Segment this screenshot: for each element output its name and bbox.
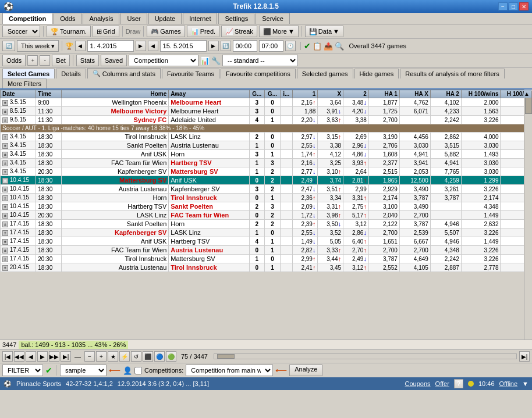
stats-button[interactable]: Stats <box>76 55 99 66</box>
nav-icon3[interactable]: ⬛ <box>143 351 153 362</box>
date-prev2[interactable]: ◀ <box>148 41 158 51</box>
table-row[interactable]: ± 17.4.1518:30Sankt PoeltenHorn222,39↑3,… <box>1 220 532 228</box>
tab-selected-games[interactable]: Selected games <box>297 69 353 78</box>
scroll-h[interactable] <box>214 353 517 359</box>
time-to-input[interactable] <box>259 40 283 52</box>
standard-select[interactable]: -- standard -- <box>222 55 298 66</box>
tab-settings[interactable]: Settings <box>218 13 254 24</box>
saved-button[interactable]: Saved <box>101 55 127 66</box>
nav-icon4[interactable]: 🔵 <box>154 351 165 362</box>
tab-fav-teams[interactable]: Favourite Teams <box>162 69 219 78</box>
col-header-away[interactable]: Away <box>169 90 249 98</box>
tab-analysis[interactable]: Analysis <box>83 13 119 24</box>
table-row[interactable]: ± 17.4.1518:30FAC Team für WienAustria L… <box>1 246 532 255</box>
nav-prev-page[interactable]: ◀◀ <box>14 351 24 362</box>
nav-first[interactable]: |◀ <box>2 351 13 362</box>
question-button[interactable]: ? <box>454 379 463 388</box>
pred-button[interactable]: 📊 Pred. <box>187 26 219 37</box>
col-header-1[interactable]: 1 <box>292 90 318 98</box>
maximize-button[interactable]: □ <box>509 2 518 10</box>
table-row[interactable]: ± 3.4.1518:30Anif USKHorn311,74↑4,124,86… <box>1 150 532 159</box>
hscroll-thumb[interactable] <box>217 354 235 359</box>
table-row[interactable]: ± 17.4.1518:30Anif USKHartberg TSV411,49… <box>1 237 532 246</box>
tab-more-filters[interactable]: More Filters <box>2 78 47 88</box>
col-header-ha1[interactable]: HA 1 <box>368 90 399 98</box>
table-row[interactable]: ± 3.4.1520:30Kapfenberger SVMattersburg … <box>1 167 532 176</box>
col-header-g2[interactable]: G... <box>265 90 281 98</box>
date-from-input[interactable] <box>87 40 134 52</box>
tab-competition[interactable]: Competition <box>2 13 52 24</box>
time-from-input[interactable] <box>233 40 257 52</box>
table-row[interactable]: ± 3.4.1518:30Tirol InnsbruckLASK Linz202… <box>1 133 532 141</box>
table-row[interactable]: ± 20.4.1518:30Austria LustenauTirol Inns… <box>1 263 532 272</box>
table-row[interactable]: ± 10.4.1518:30Mattersburg SVAnif USK022,… <box>1 176 532 185</box>
tab-hide-games[interactable]: Hide games <box>354 69 399 78</box>
nav-next[interactable]: ▶ <box>37 351 48 362</box>
odds-button[interactable]: Odds <box>2 55 26 66</box>
col-header-i[interactable]: i... <box>280 90 292 98</box>
table-row[interactable]: ± 10.4.1518:30Hartberg TSVSankt Poelten2… <box>1 202 532 211</box>
tab-details[interactable]: Details <box>56 69 86 78</box>
col-header-time[interactable]: Time <box>36 90 62 98</box>
tab-fav-competitions[interactable]: Favourite competitions <box>221 69 296 78</box>
nav-next-page[interactable]: ▶▶ <box>49 351 59 362</box>
table-row[interactable]: ± 17.4.1518:30Kapfenberger SVLASK Linz10… <box>1 228 532 237</box>
table-row[interactable]: ± 3.4.1518:30Sankt PoeltenAustria Lusten… <box>1 141 532 150</box>
tab-user[interactable]: User <box>120 13 147 24</box>
tab-results-analysis[interactable]: Results of analysis of more filters <box>400 69 504 78</box>
footer-status[interactable]: Offline <box>499 380 518 387</box>
tab-internet[interactable]: Internet <box>183 13 217 24</box>
today-button[interactable]: 🔄 <box>2 41 15 51</box>
sport-select[interactable]: Soccer <box>2 26 40 37</box>
tab-columns-stats[interactable]: 🔍 Columns and stats <box>87 68 161 78</box>
table-row[interactable]: ± 9.5.1511:30Sydney FCAdelaide United412… <box>1 116 532 124</box>
table-row[interactable]: ± 3.4.1518:30FAC Team für WienHartberg T… <box>1 159 532 167</box>
table-row[interactable]: ± 10.4.1520:30LASK LinzFAC Team für Wien… <box>1 211 532 220</box>
table-row[interactable]: ± 3.5.159:00Wellington PhoenixMelbourne … <box>1 98 532 107</box>
bet-button[interactable]: Bet <box>52 55 70 66</box>
filter-check[interactable]: ✔ <box>45 366 52 375</box>
analyze-button[interactable]: Analyze <box>289 365 322 376</box>
nav-icon2[interactable]: ↺ <box>131 351 141 362</box>
competition-select[interactable]: Competition <box>129 55 198 66</box>
col-header-g1[interactable]: G... <box>249 90 265 98</box>
grid-button[interactable]: ⊞ Grid <box>93 26 119 37</box>
nav-last[interactable]: ▶| <box>61 351 71 362</box>
comp-from-main-select[interactable]: Competition from main window <box>186 365 273 376</box>
sample-select[interactable]: sample <box>60 365 107 376</box>
col-header-x[interactable]: X <box>318 90 343 98</box>
odds-plus[interactable]: + <box>27 55 38 66</box>
tab-odds[interactable]: Odds <box>54 13 81 24</box>
more-button[interactable]: ⬛ More ▼ <box>259 26 299 37</box>
date-next[interactable]: ▶ <box>136 41 146 51</box>
col-header-h100[interactable]: H 100/wins <box>461 90 501 98</box>
refresh-button[interactable]: 🔃 <box>221 41 231 51</box>
filter-select[interactable]: FILTER <box>2 365 43 376</box>
table-row[interactable]: ± 10.4.1518:30Austria LustenauKapfenberg… <box>1 185 532 194</box>
date-prev[interactable]: ◀ <box>75 41 86 51</box>
table-row[interactable]: ± 17.4.1520:30Tirol InnsbruckMattersburg… <box>1 255 532 263</box>
date-to-input[interactable] <box>160 40 207 52</box>
coupons-link[interactable]: Coupons <box>405 380 431 387</box>
streak-button[interactable]: 📈 Streak <box>221 26 257 37</box>
col-header-home[interactable]: Home <box>61 90 168 98</box>
nav-icon1[interactable]: ⚡ <box>119 351 130 362</box>
nav-prev[interactable]: ◀ <box>26 351 36 362</box>
offer-link[interactable]: Offer <box>435 380 449 387</box>
data-button[interactable]: 💾 Data ▼ <box>305 26 343 37</box>
table-row[interactable]: Soccer / AUT - 1. Liga -matches: 40 home… <box>1 124 532 133</box>
week-dropdown[interactable]: This week ▾ <box>17 40 59 52</box>
col-header-2[interactable]: 2 <box>343 90 369 98</box>
nav-plus[interactable]: + <box>96 351 107 362</box>
scrollbar-v[interactable] <box>524 90 532 340</box>
odds-minus[interactable]: - <box>40 55 50 66</box>
nav-minus[interactable]: − <box>84 351 95 362</box>
table-row[interactable]: ± 8.5.1511:30Melbourne VictoryMelbourne … <box>1 107 532 116</box>
nav-icon5[interactable]: 🟢 <box>166 351 176 362</box>
col-header-date[interactable]: Date <box>1 90 36 98</box>
col-header-h100a[interactable]: H 100/▲ <box>501 90 532 98</box>
tab-select-games[interactable]: Select Games <box>2 69 55 78</box>
tab-update[interactable]: Update <box>148 13 182 24</box>
competitions-checkbox[interactable] <box>134 367 142 374</box>
minimize-button[interactable]: − <box>498 2 508 10</box>
